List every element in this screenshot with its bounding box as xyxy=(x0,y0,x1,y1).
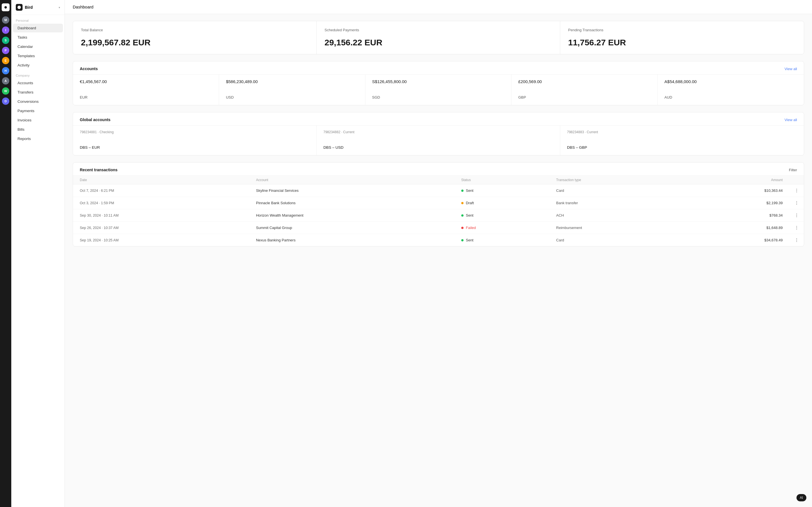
total-balance-amount: 2,199,567.82 EUR xyxy=(81,38,308,47)
avatar-I[interactable]: I xyxy=(2,26,9,34)
brand-icon xyxy=(16,4,22,11)
global-account-gbp: 798234883 · Current DBS – GBP xyxy=(560,126,804,155)
tx-account: Summit Capital Group xyxy=(249,222,455,234)
tx-amount: $1,648.89 xyxy=(682,222,790,234)
table-row: Sep 26, 2024 · 10:37 AM Summit Capital G… xyxy=(73,222,804,234)
tx-more-button[interactable] xyxy=(790,184,804,197)
tx-more-button[interactable] xyxy=(790,222,804,234)
global-accounts-view-all[interactable]: View all xyxy=(784,118,797,122)
sidebar-item-label: Templates xyxy=(17,54,35,58)
sidebar-item-label: Dashboard xyxy=(17,26,36,30)
tx-type: Card xyxy=(550,234,682,246)
sidebar-item-bills[interactable]: Bills xyxy=(13,125,63,134)
more-dots-icon[interactable] xyxy=(796,226,797,230)
accounts-panel: Accounts View all €1,456,567.00 EUR $586… xyxy=(73,61,804,105)
pending-transactions-label: Pending Transactions xyxy=(568,28,796,32)
avatar-A[interactable]: A xyxy=(2,77,9,84)
sidebar-item-reports[interactable]: Reports xyxy=(13,134,63,143)
tx-date: Oct 7, 2024 · 6:21 PM xyxy=(73,184,249,197)
sidebar-item-payments[interactable]: Payments xyxy=(13,107,63,115)
summary-cards: Total Balance 2,199,567.82 EUR Scheduled… xyxy=(73,21,804,54)
dashboard-content: Total Balance 2,199,567.82 EUR Scheduled… xyxy=(65,14,812,253)
sidebar-item-label: Transfers xyxy=(17,90,34,94)
account-currency: EUR xyxy=(80,95,212,100)
status-dot xyxy=(461,189,463,192)
sidebar-item-tasks[interactable]: Tasks xyxy=(13,33,63,42)
tx-account: Pinnacle Bank Solutions xyxy=(249,197,455,209)
col-account: Account xyxy=(249,176,455,184)
account-amount: €1,456,567.00 xyxy=(80,79,212,84)
account-amount: S$126,455,800.00 xyxy=(372,79,504,84)
tx-amount: $2,199.39 xyxy=(682,197,790,209)
avatar-E[interactable]: E xyxy=(2,57,9,64)
avatar-P[interactable]: P xyxy=(2,47,9,54)
more-dots-icon[interactable] xyxy=(796,214,797,217)
scheduled-payments-card: Scheduled Payments 29,156.22 EUR xyxy=(317,21,560,54)
global-accounts-panel-header: Global accounts View all xyxy=(73,112,804,125)
sidebar-item-calendar[interactable]: Calendar xyxy=(13,42,63,51)
col-status: Status xyxy=(455,176,550,184)
sidebar-item-label: Bills xyxy=(17,127,24,131)
table-row: Oct 3, 2024 · 1:59 PM Pinnacle Bank Solu… xyxy=(73,197,804,209)
avatar-D[interactable]: D xyxy=(2,98,9,105)
tx-status: Sent xyxy=(455,209,550,222)
brand: Bird xyxy=(16,4,33,11)
global-account-usd: 798234882 · Current DBS – USD xyxy=(317,126,560,155)
chevron-down-icon[interactable]: ▾ xyxy=(59,6,60,9)
tx-more-button[interactable] xyxy=(790,209,804,222)
account-card-eur: €1,456,567.00 EUR xyxy=(73,75,219,105)
avatar-H[interactable]: H xyxy=(2,67,9,74)
tx-more-button[interactable] xyxy=(790,234,804,246)
col-date: Date xyxy=(73,176,249,184)
accounts-view-all[interactable]: View all xyxy=(784,67,797,71)
table-row: Sep 30, 2024 · 10:11 AM Horizon Wealth M… xyxy=(73,209,804,222)
sidebar-item-invoices[interactable]: Invoices xyxy=(13,116,63,124)
sidebar-item-conversions[interactable]: Conversions xyxy=(13,97,63,106)
global-account-name: DBS – EUR xyxy=(80,145,310,150)
avatar-W[interactable]: W xyxy=(2,87,9,95)
sidebar-item-activity[interactable]: Activity xyxy=(13,61,63,69)
transactions-title: Recent transactions xyxy=(80,168,117,172)
sidebar-item-label: Accounts xyxy=(17,81,33,85)
account-card-sgd: S$126,455,800.00 SGD xyxy=(365,75,511,105)
more-dots-icon[interactable] xyxy=(796,238,797,242)
sidebar-item-label: Activity xyxy=(17,63,30,67)
tx-date: Sep 19, 2024 · 10:25 AM xyxy=(73,234,249,246)
global-accounts-panel: Global accounts View all 798234881 · Che… xyxy=(73,112,804,156)
ai-badge[interactable]: AI xyxy=(797,494,806,501)
status-text: Sent xyxy=(466,238,473,242)
more-dots-icon[interactable] xyxy=(796,201,797,205)
more-dots-icon[interactable] xyxy=(796,189,797,192)
global-account-id: 798234883 · Current xyxy=(567,130,797,134)
sidebar-item-transfers[interactable]: Transfers xyxy=(13,88,63,97)
main-content: Dashboard Total Balance 2,199,567.82 EUR… xyxy=(65,0,812,507)
tx-status: Failed xyxy=(455,222,550,234)
account-amount: A$54,688,000.00 xyxy=(665,79,797,84)
global-account-name: DBS – USD xyxy=(323,145,553,150)
avatar-M[interactable]: M xyxy=(2,16,9,24)
sidebar-item-accounts[interactable]: Accounts xyxy=(13,78,63,87)
sidebar-item-templates[interactable]: Templates xyxy=(13,52,63,60)
total-balance-card: Total Balance 2,199,567.82 EUR xyxy=(73,21,317,54)
app-logo-icon xyxy=(2,3,10,11)
sidebar-header: Bird ▾ xyxy=(11,0,64,15)
company-section-label: Company xyxy=(11,70,64,78)
account-currency: GBP xyxy=(518,95,651,100)
transactions-header: Recent transactions Filter xyxy=(73,163,804,175)
accounts-panel-header: Accounts View all xyxy=(73,61,804,74)
global-accounts-title: Global accounts xyxy=(80,117,110,122)
tx-type: Reimbursement xyxy=(550,222,682,234)
account-card-gbp: £200,569.00 GBP xyxy=(511,75,658,105)
sidebar: Bird ▾ Personal Dashboard Tasks Calendar… xyxy=(11,0,65,507)
tx-date: Sep 30, 2024 · 10:11 AM xyxy=(73,209,249,222)
tx-date: Oct 3, 2024 · 1:59 PM xyxy=(73,197,249,209)
tx-date: Sep 26, 2024 · 10:37 AM xyxy=(73,222,249,234)
status-dot xyxy=(461,227,463,229)
total-balance-label: Total Balance xyxy=(81,28,308,32)
avatar-S[interactable]: S xyxy=(2,37,9,44)
filter-button[interactable]: Filter xyxy=(789,168,797,172)
col-type: Transaction type xyxy=(550,176,682,184)
tx-more-button[interactable] xyxy=(790,197,804,209)
sidebar-item-dashboard[interactable]: Dashboard xyxy=(13,24,63,33)
pending-transactions-card: Pending Transactions 11,756.27 EUR xyxy=(560,21,804,54)
